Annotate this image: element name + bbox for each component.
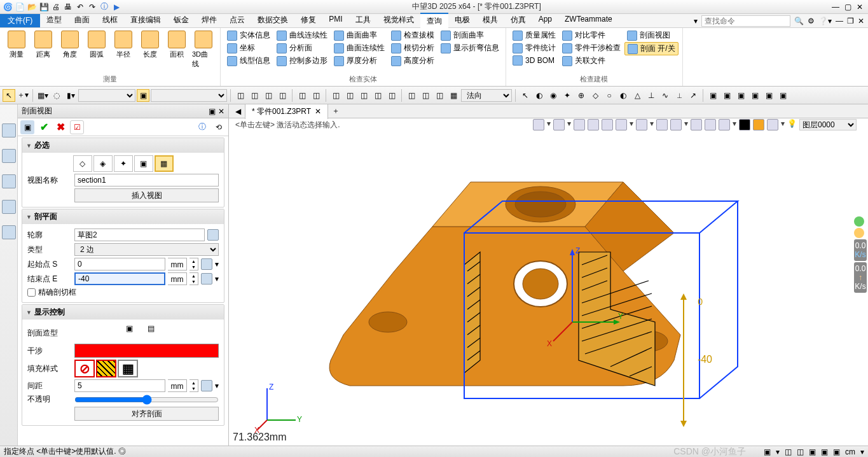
restore-icon[interactable]: ❐ — [847, 17, 854, 25]
ribbon-检查拔模[interactable]: 检查拔模 — [389, 29, 437, 41]
ribbon-tab-模具[interactable]: 模具 — [476, 13, 504, 29]
panel-close-icon[interactable]: ✕ — [218, 107, 224, 116]
ribbon-根切分析[interactable]: 根切分析 — [389, 42, 437, 54]
ribbon-分析面[interactable]: 分析面 — [274, 42, 330, 54]
t34-icon[interactable]: ▣ — [776, 89, 789, 102]
info-icon[interactable]: ⓘ — [195, 120, 209, 134]
print-icon[interactable]: 🖨 — [51, 2, 61, 12]
3d-canvas[interactable]: Z Y X Z Y X 0 -40 71.3623mm — [229, 131, 868, 446]
t3-icon[interactable]: ◫ — [262, 89, 275, 102]
style-solid-icon[interactable]: ▣ — [126, 324, 146, 342]
panel-undock-icon[interactable]: ▣ — [209, 107, 216, 116]
add-icon[interactable]: ＋▾ — [17, 89, 29, 102]
t18-icon[interactable]: ◉ — [547, 89, 560, 102]
ribbon-曲面曲率[interactable]: 曲面曲率 — [331, 29, 387, 41]
play-icon[interactable]: ▶ — [111, 2, 121, 12]
grid-icon[interactable]: ▦▾ — [36, 89, 49, 102]
ribbon-tab-PMI[interactable]: PMI — [322, 13, 348, 29]
start-spin[interactable]: ▲▼ — [189, 258, 198, 271]
apply-button[interactable]: ☑ — [70, 120, 84, 134]
gear-icon[interactable]: ⚙ — [808, 17, 815, 25]
ribbon-质量属性[interactable]: 质量属性 — [510, 29, 558, 41]
ribbon-距离[interactable]: 距离 — [31, 29, 56, 60]
hatch-diag-icon[interactable] — [96, 360, 116, 377]
dim-value[interactable]: -40 — [698, 354, 712, 365]
ribbon-3D BOM[interactable]: 3D BOM — [510, 55, 558, 66]
ribbon-坐标[interactable]: 坐标 — [224, 42, 273, 54]
open-icon[interactable]: 📂 — [27, 2, 37, 12]
ribbon-tab-造型[interactable]: 造型 — [40, 13, 68, 29]
ribbon-tab-线框[interactable]: 线框 — [96, 13, 124, 29]
end-input[interactable] — [74, 272, 165, 285]
align-button[interactable]: 对齐剖面 — [74, 407, 219, 421]
t33-icon[interactable]: ▣ — [762, 89, 775, 102]
pick-profile-icon[interactable] — [207, 229, 219, 241]
gap-spin[interactable]: ▲▼ — [189, 379, 198, 392]
gap-drop-icon[interactable]: ▾ — [215, 381, 219, 390]
ribbon-角度[interactable]: 角度 — [57, 29, 83, 60]
ribbon-剖面 开/关[interactable]: 剖面 开/关 — [624, 42, 679, 55]
filter2-select[interactable] — [151, 89, 227, 102]
ribbon-3D曲线[interactable]: 3D曲线 — [191, 29, 216, 70]
ribbon-tab-ZWTeammate[interactable]: ZWTeammate — [558, 13, 619, 29]
ribbon-tab-App[interactable]: App — [532, 13, 558, 29]
file-menu[interactable]: 文件(F) — [0, 14, 40, 27]
style-wire-icon[interactable]: ▤ — [148, 324, 168, 342]
reset-icon[interactable]: ⟲ — [212, 120, 226, 134]
ribbon-tab-焊件[interactable]: 焊件 — [195, 13, 223, 29]
t2-icon[interactable]: ◫ — [248, 89, 261, 102]
ribbon-剖面曲率[interactable]: 剖面曲率 — [438, 29, 502, 41]
start-drop-icon[interactable]: ▾ — [215, 260, 219, 269]
ribbon-剖面视图[interactable]: 剖面视图 — [624, 29, 679, 41]
hatch-grid-icon[interactable]: ▦ — [118, 360, 138, 377]
ribbon-tab-数据交换[interactable]: 数据交换 — [251, 13, 294, 29]
v8-icon[interactable] — [656, 119, 668, 130]
t9-icon[interactable]: ◫ — [357, 89, 370, 102]
t5-icon[interactable]: ◫ — [296, 89, 308, 102]
maximize-icon[interactable]: ▢ — [844, 3, 851, 11]
opacity-slider[interactable] — [74, 395, 219, 405]
ribbon-测量[interactable]: 测量 — [4, 29, 29, 60]
print2-icon[interactable]: 🖶 — [63, 2, 73, 12]
ribbon-零件统计[interactable]: 零件统计 — [510, 42, 558, 54]
bulb-icon[interactable]: 💡 — [787, 119, 797, 130]
ribbon-tab-曲面[interactable]: 曲面 — [68, 13, 96, 29]
t11-icon[interactable]: ◫ — [385, 89, 398, 102]
v11-icon[interactable] — [705, 119, 716, 130]
ribbon-tab-修复[interactable]: 修复 — [294, 13, 322, 29]
filter-select[interactable] — [78, 89, 135, 102]
sb6-icon[interactable]: ▣ — [821, 447, 828, 456]
ribbon-长度[interactable]: 长度 — [137, 29, 163, 60]
t13-icon[interactable]: ◫ — [419, 89, 432, 102]
plane-box-icon[interactable]: ▦ — [155, 155, 174, 172]
t29-icon[interactable]: ▣ — [706, 89, 719, 102]
t7-icon[interactable]: ◫ — [329, 89, 342, 102]
ribbon-tab-工具[interactable]: 工具 — [349, 13, 377, 29]
app-icon[interactable]: 🌀 — [3, 2, 13, 12]
t32-icon[interactable]: ▣ — [748, 89, 761, 102]
ribbon-线型信息[interactable]: 线型信息 — [224, 55, 273, 67]
ok-button[interactable]: ✔ — [37, 120, 51, 134]
manager-user-icon[interactable] — [2, 225, 16, 239]
sb4-icon[interactable]: ◫ — [797, 447, 804, 456]
t10-icon[interactable]: ◫ — [371, 89, 384, 102]
v-orange-icon[interactable] — [753, 119, 764, 130]
sb3-icon[interactable]: ◫ — [785, 447, 792, 456]
ribbon-tab-仿真[interactable]: 仿真 — [504, 13, 532, 29]
end-spin[interactable]: ▲▼ — [189, 272, 198, 285]
v7-icon[interactable] — [636, 119, 647, 130]
cmd-shape-icon[interactable]: ▣ — [20, 120, 34, 134]
insert-view-button[interactable]: 插入视图 — [74, 188, 219, 202]
close-icon[interactable]: ✕ — [857, 3, 863, 11]
start-input[interactable] — [74, 258, 165, 271]
tab-prev-icon[interactable]: ◀ — [235, 107, 241, 116]
v4-icon[interactable] — [588, 119, 599, 130]
manager-tree-icon[interactable] — [2, 149, 16, 163]
ribbon-关联文件[interactable]: 关联文件 — [560, 55, 623, 67]
minimize-icon[interactable]: — — [832, 3, 839, 11]
v-black-icon[interactable] — [739, 119, 750, 130]
sb7-icon[interactable]: ▣ — [833, 447, 840, 456]
end-pick-icon[interactable] — [201, 273, 212, 285]
ribbon-圆弧[interactable]: 圆弧 — [84, 29, 109, 60]
tab-add-icon[interactable]: ＋ — [332, 106, 340, 116]
